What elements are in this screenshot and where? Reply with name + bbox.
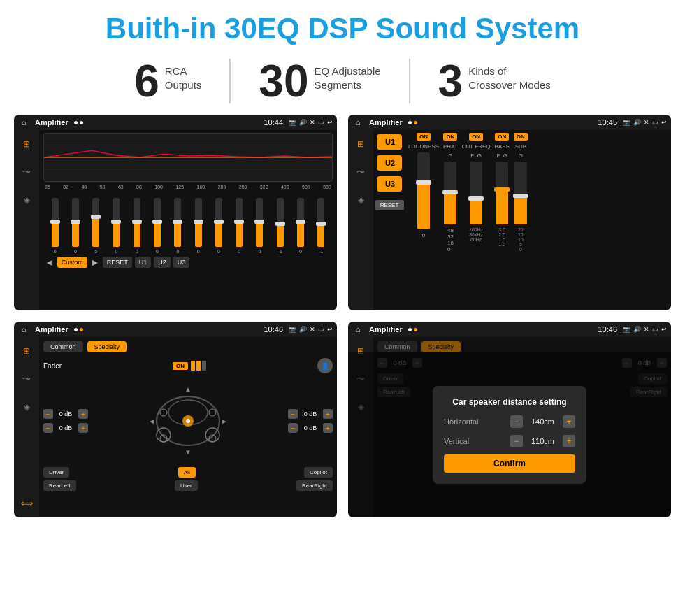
- u3-btn[interactable]: U3: [377, 176, 402, 192]
- rearleft-btn[interactable]: RearLeft: [43, 480, 76, 491]
- all-btn[interactable]: All: [178, 467, 196, 478]
- slider-7[interactable]: 0: [195, 198, 202, 254]
- cutfreq-on[interactable]: ON: [469, 133, 483, 141]
- minus-btn-4[interactable]: −: [288, 423, 298, 433]
- slider-1[interactable]: 0: [72, 198, 79, 254]
- tab-specialty[interactable]: Specialty: [87, 341, 127, 352]
- cutfreq-slider1[interactable]: [470, 162, 482, 224]
- loudness-on[interactable]: ON: [417, 133, 431, 141]
- prev-icon[interactable]: ◄: [45, 257, 55, 268]
- vertical-plus[interactable]: +: [563, 435, 575, 447]
- sub-col: ON SUB G 20151050: [514, 133, 528, 252]
- fader-icon4[interactable]: ⟺: [18, 495, 35, 512]
- slider-2[interactable]: 5: [92, 198, 99, 254]
- slider-12[interactable]: 0: [297, 198, 304, 254]
- plus-btn-4[interactable]: +: [323, 423, 333, 433]
- slider-4[interactable]: 0: [134, 198, 140, 254]
- fader-icon1[interactable]: ⊞: [18, 343, 35, 359]
- u1-btn[interactable]: U1: [377, 134, 402, 150]
- eq-bottom-bar: ◄ Custom ► RESET U1 U2 U3: [43, 254, 333, 271]
- slider-5[interactable]: 0: [154, 198, 161, 254]
- home-icon[interactable]: ⌂: [18, 117, 29, 128]
- tab-common[interactable]: Common: [43, 341, 83, 352]
- back-icon-c[interactable]: ↩: [661, 119, 667, 126]
- volume-icon: 🔊: [299, 119, 307, 126]
- sub-slider[interactable]: [514, 162, 527, 224]
- sub-on[interactable]: ON: [514, 133, 528, 141]
- eq-side-icon3[interactable]: ◈: [18, 192, 35, 208]
- crossover-screen: ⌂ Amplifier 10:45 📷 🔊 ✕ ▭ ↩ ⊞ 〜 ◈: [348, 115, 671, 310]
- loudness-label: LOUDNESS: [408, 143, 439, 150]
- back-icon-d[interactable]: ↩: [661, 326, 667, 333]
- minus-btn-2[interactable]: −: [43, 423, 53, 433]
- loudness-slider[interactable]: [417, 152, 430, 229]
- slider-11[interactable]: -1: [277, 198, 284, 254]
- vertical-value: 110cm: [527, 437, 558, 445]
- slider-6[interactable]: 0: [174, 198, 181, 254]
- eq-app-name: Amplifier: [35, 118, 68, 127]
- slider-10[interactable]: 0: [256, 198, 263, 254]
- fader-bottom-btns: Driver All Copilot: [43, 467, 333, 478]
- home-icon-fader[interactable]: ⌂: [18, 324, 29, 335]
- cross-main: ON LOUDNESS 0 ON PHAT G: [405, 130, 671, 310]
- plus-btn-1[interactable]: +: [78, 409, 88, 419]
- confirm-button[interactable]: Confirm: [444, 454, 575, 473]
- eq-side-icon2[interactable]: 〜: [18, 164, 35, 180]
- stat-rca-number: 6: [134, 59, 159, 103]
- u1-button[interactable]: U1: [135, 257, 152, 268]
- back-icon-f[interactable]: ↩: [327, 326, 333, 333]
- cross-icon1[interactable]: ⊞: [352, 136, 369, 152]
- reset-button[interactable]: RESET: [103, 257, 132, 268]
- vertical-minus[interactable]: −: [510, 435, 523, 447]
- slider-3[interactable]: 0: [113, 198, 120, 254]
- freq-labels: 253240506380100125160200250320400500630: [43, 185, 333, 189]
- cutfreq-label: CUT FREQ: [462, 143, 491, 150]
- copilot-btn[interactable]: Copilot: [304, 467, 333, 478]
- loudness-col: ON LOUDNESS 0: [408, 133, 439, 252]
- stats-row: 6 RCAOutputs 30 EQ AdjustableSegments 3 …: [0, 52, 685, 115]
- slider-8[interactable]: 0: [215, 198, 222, 254]
- eq-screen: ⌂ Amplifier 10:44 📷 🔊 ✕ ▭ ↩ ⊞ 〜 ◈: [14, 115, 337, 310]
- dialog-status-bar: ⌂ Amplifier 10:46 📷 🔊 ✕ ▭ ↩: [348, 322, 671, 337]
- phat-on[interactable]: ON: [443, 133, 457, 141]
- driver-btn[interactable]: Driver: [43, 467, 69, 478]
- eq-side-icon1[interactable]: ⊞: [18, 136, 35, 152]
- slider-13[interactable]: -1: [317, 198, 324, 254]
- u3-button[interactable]: U3: [173, 257, 190, 268]
- minimize-icon-f: ▭: [318, 326, 324, 333]
- slider-0[interactable]: 0: [52, 198, 59, 254]
- fader-left-controls: − 0 dB + − 0 dB +: [43, 409, 88, 433]
- toggle-on-badge[interactable]: ON: [173, 362, 188, 370]
- rearright-btn[interactable]: RearRight: [296, 480, 333, 491]
- back-icon[interactable]: ↩: [327, 119, 333, 126]
- dot1: [408, 121, 412, 124]
- home-icon-cross[interactable]: ⌂: [352, 117, 363, 128]
- fader-icon2[interactable]: 〜: [18, 371, 35, 387]
- u2-btn[interactable]: U2: [377, 155, 402, 171]
- plus-btn-3[interactable]: +: [323, 409, 333, 419]
- cross-reset-btn[interactable]: RESET: [375, 200, 405, 210]
- custom-button[interactable]: Custom: [57, 257, 87, 268]
- horizontal-minus[interactable]: −: [510, 415, 523, 428]
- dot1: [408, 328, 412, 331]
- cross-icon3[interactable]: ◈: [352, 192, 369, 208]
- u2-button[interactable]: U2: [154, 257, 171, 268]
- sub-sub: G: [519, 152, 523, 159]
- fader-app-name: Amplifier: [35, 325, 68, 334]
- volume-icon-f: 🔊: [299, 326, 307, 333]
- horizontal-plus[interactable]: +: [563, 415, 575, 428]
- bass-slider[interactable]: [496, 162, 508, 224]
- slider-9[interactable]: 0: [236, 198, 243, 254]
- minus-btn-1[interactable]: −: [43, 409, 53, 419]
- fader-header: Fader ON 👤: [43, 358, 333, 373]
- home-icon-dialog[interactable]: ⌂: [352, 324, 363, 335]
- phat-slider[interactable]: [444, 162, 456, 224]
- fader-icon3[interactable]: ◈: [18, 399, 35, 415]
- user-btn[interactable]: User: [175, 480, 198, 491]
- next-icon[interactable]: ►: [90, 257, 100, 268]
- minus-btn-3[interactable]: −: [288, 409, 298, 419]
- bass-on[interactable]: ON: [495, 133, 509, 141]
- plus-btn-2[interactable]: +: [78, 423, 88, 433]
- cross-icon2[interactable]: 〜: [352, 164, 369, 180]
- eq-status-bar: ⌂ Amplifier 10:44 📷 🔊 ✕ ▭ ↩: [14, 115, 337, 130]
